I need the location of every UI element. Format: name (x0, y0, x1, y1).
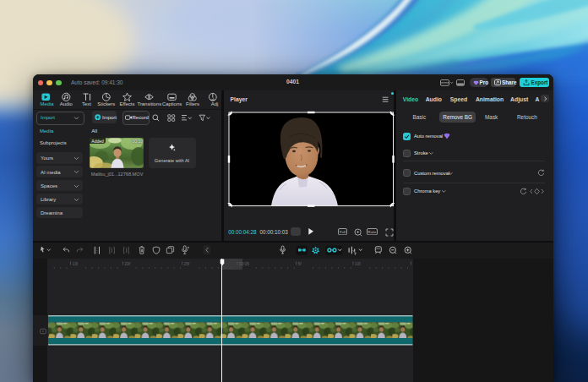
svg-text:Full: Full (340, 230, 346, 234)
svg-text:Ratio: Ratio (368, 230, 377, 234)
svg-text:20f: 20f (125, 262, 131, 266)
svg-text:5f: 5f (298, 262, 302, 266)
svg-text:10f: 10f (73, 262, 79, 266)
svg-text:25f: 25f (184, 262, 190, 266)
svg-text:00:05: 00:05 (239, 262, 249, 266)
svg-text:10f: 10f (355, 262, 361, 266)
